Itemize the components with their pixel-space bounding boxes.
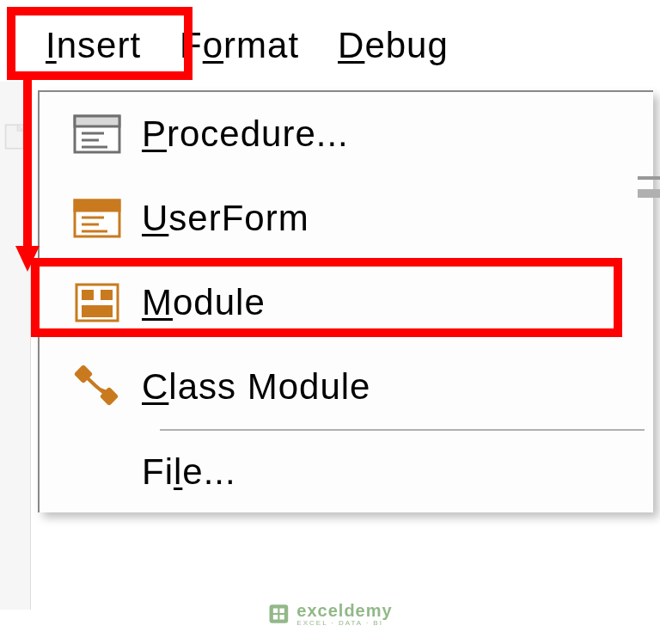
svg-rect-20 — [270, 604, 289, 623]
accelerator: M — [142, 282, 173, 322]
label-rest: lass Module — [168, 366, 370, 407]
svg-rect-14 — [82, 305, 113, 317]
menu-item-label: UserForm — [142, 198, 309, 239]
vbe-menu-area: Insert Format Debug Procedure... — [7, 9, 653, 82]
label-rest: rocedure... — [167, 113, 349, 154]
menu-item-label: Class Module — [142, 366, 370, 408]
svg-rect-13 — [101, 290, 113, 300]
procedure-icon — [52, 114, 142, 154]
menu-item-label: File... — [142, 451, 236, 493]
module-icon — [52, 281, 142, 324]
menu-accelerator: I — [46, 25, 57, 65]
menu-item-userform[interactable]: UserForm — [40, 176, 653, 261]
menu-item-label: Procedure... — [142, 113, 349, 155]
watermark-logo-icon — [267, 603, 290, 625]
watermark-tagline: EXCEL · DATA · BI — [296, 619, 392, 627]
accelerator: l — [174, 451, 182, 492]
menu-debug[interactable]: Debug — [338, 25, 449, 66]
menu-label-start: F — [180, 25, 203, 65]
svg-rect-2 — [75, 116, 119, 126]
menu-item-label: Module — [142, 282, 266, 323]
project-explorer-sliver — [0, 82, 31, 610]
menu-item-file[interactable]: File... — [40, 431, 653, 512]
svg-rect-7 — [75, 200, 119, 211]
page-icon — [3, 123, 28, 150]
svg-rect-24 — [279, 615, 284, 619]
accelerator: C — [142, 366, 168, 407]
watermark: exceldemy EXCEL · DATA · BI — [267, 601, 392, 627]
label-rest: odule — [173, 282, 266, 322]
svg-rect-21 — [273, 609, 278, 613]
svg-rect-22 — [279, 609, 284, 613]
classmodule-icon — [52, 364, 142, 410]
svg-rect-23 — [273, 615, 278, 619]
menu-item-procedure[interactable]: Procedure... — [40, 92, 653, 176]
menu-item-module[interactable]: Module — [40, 261, 653, 345]
menu-label-rest: rmat — [223, 25, 299, 65]
watermark-brand: exceldemy — [296, 601, 392, 621]
label-start: Fi — [142, 451, 174, 492]
code-pane-border — [638, 189, 660, 198]
menu-insert[interactable]: Insert — [46, 25, 141, 66]
menu-bar: Insert Format Debug — [7, 9, 653, 82]
label-rest: serForm — [168, 198, 309, 238]
menu-format[interactable]: Format — [180, 25, 299, 66]
menu-label-rest: ebug — [364, 25, 448, 65]
menu-item-class-module[interactable]: Class Module — [40, 345, 653, 429]
svg-rect-12 — [82, 290, 94, 300]
menu-accelerator: o — [203, 25, 223, 65]
watermark-text-block: exceldemy EXCEL · DATA · BI — [296, 601, 392, 627]
accelerator: U — [142, 198, 168, 238]
insert-dropdown-menu: Procedure... UserForm — [38, 90, 653, 512]
menu-accelerator: D — [338, 25, 364, 65]
menu-label-rest: nsert — [57, 25, 141, 65]
userform-icon — [52, 199, 142, 238]
label-rest: e... — [182, 451, 235, 492]
code-pane-border — [638, 176, 660, 180]
accelerator: P — [142, 113, 167, 154]
